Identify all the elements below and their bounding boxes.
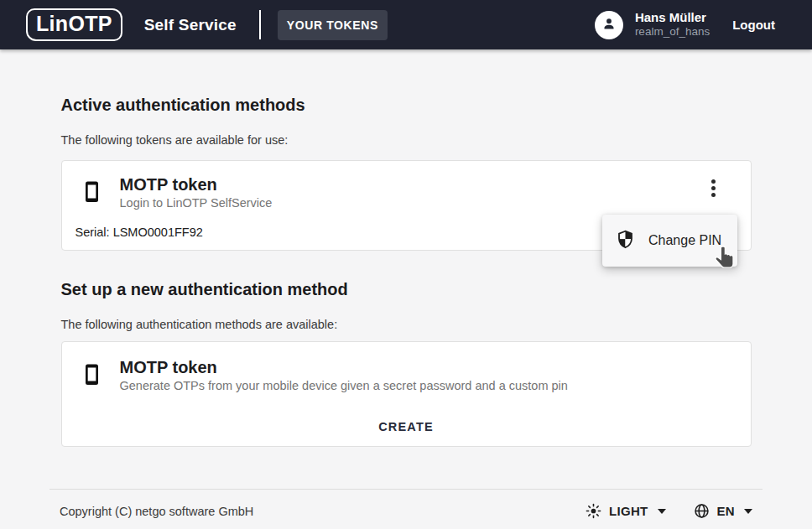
linotp-logo: LinOTP: [26, 8, 122, 42]
globe-icon: [694, 503, 710, 519]
sun-icon: [586, 503, 601, 519]
app-header: LinOTP Self Service YOUR TOKENS Hans Mül…: [0, 0, 812, 49]
user-name: Hans Müller: [635, 10, 710, 26]
language-select[interactable]: EN: [694, 503, 752, 519]
active-methods-intro: The following tokens are available for u…: [61, 133, 752, 148]
page-title: Self Service: [144, 16, 237, 34]
token-card-title: MOTP token: [120, 175, 273, 194]
token-context-menu: Change PIN: [602, 215, 737, 267]
copyright-text: Copyright (C) netgo software GmbH: [60, 505, 253, 518]
method-card: MOTP token Generate OTPs from your mobil…: [61, 341, 752, 447]
main-content: Active authentication methods The follow…: [61, 95, 752, 447]
create-button[interactable]: CREATE: [370, 414, 442, 439]
chevron-down-icon: [744, 509, 752, 514]
setup-methods-intro: The following authentication methods are…: [61, 318, 752, 332]
chevron-down-icon: [658, 509, 666, 514]
person-icon: [600, 14, 618, 36]
user-area: Hans Müller realm_of_hans Logout: [595, 10, 775, 40]
token-card-subtitle: Login to LinOTP SelfService: [120, 196, 273, 210]
method-card-text: MOTP token Generate OTPs from your mobil…: [120, 358, 568, 392]
smartphone-icon: [84, 181, 100, 210]
token-card-text: MOTP token Login to LinOTP SelfService: [120, 175, 273, 210]
shield-icon: [616, 230, 635, 252]
header-divider: [259, 10, 261, 39]
theme-select[interactable]: LIGHT: [586, 503, 666, 519]
user-info: Hans Müller realm_of_hans: [635, 10, 710, 40]
smartphone-icon: [84, 364, 100, 392]
logout-button[interactable]: Logout: [732, 18, 775, 32]
page-footer: Copyright (C) netgo software GmbH LIGHT: [49, 489, 763, 519]
avatar: [595, 11, 623, 39]
change-pin-menu-item[interactable]: Change PIN: [602, 220, 737, 261]
active-methods-heading: Active authentication methods: [61, 95, 752, 115]
language-label: EN: [717, 504, 735, 518]
kebab-menu-icon[interactable]: [705, 176, 722, 200]
your-tokens-button[interactable]: YOUR TOKENS: [278, 10, 388, 40]
change-pin-label: Change PIN: [648, 233, 721, 248]
method-card-title: MOTP token: [120, 358, 568, 377]
method-card-subtitle: Generate OTPs from your mobile device gi…: [120, 379, 568, 392]
footer-controls: LIGHT EN: [586, 503, 752, 519]
theme-label: LIGHT: [609, 504, 648, 518]
setup-methods-heading: Set up a new authentication method: [61, 279, 752, 299]
user-realm: realm_of_hans: [635, 25, 710, 39]
